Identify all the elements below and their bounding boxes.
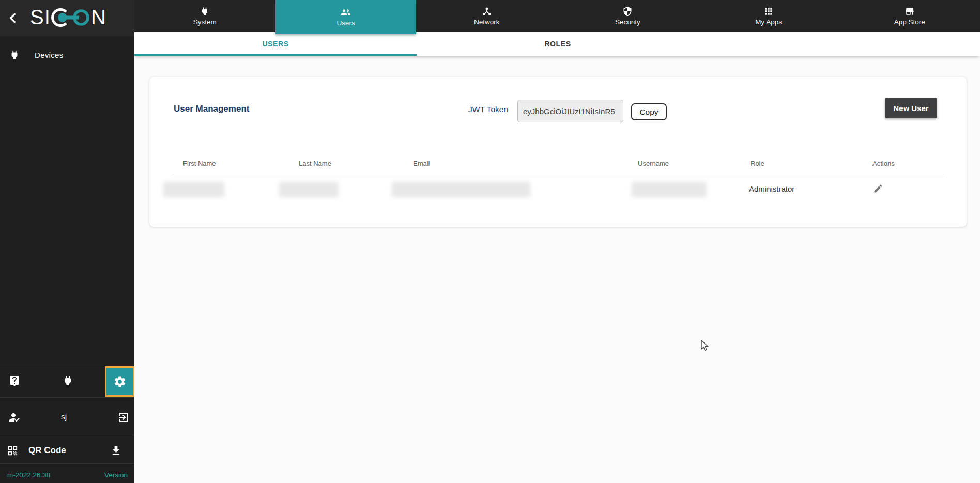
nav-tab-label: System [193,18,217,26]
column-header-username: Username [638,160,669,167]
logo-text-n: N [91,6,106,28]
qr-code-icon [7,445,19,457]
qr-code-button[interactable] [7,445,19,457]
sidebar-header: SI N [0,0,134,36]
active-tab-indicator [134,54,417,56]
column-header-last-name: Last Name [299,160,331,167]
nav-tab-label: Network [474,18,500,26]
help-icon [8,375,21,387]
nav-tab-system[interactable]: System [134,0,275,32]
logout-icon [117,411,130,424]
sidebar-item-devices[interactable]: Devices [0,43,134,66]
mouse-cursor [698,339,711,355]
device-plug-icon [9,49,20,60]
nav-tab-label: Users [336,19,355,27]
network-hub-icon [482,6,492,17]
new-user-button[interactable]: New User [885,98,937,118]
nav-tab-label: Security [615,18,640,26]
divider [0,364,134,364]
user-management-card: User Management JWT Token Copy New User … [149,77,967,227]
logo-link-bar [63,16,79,20]
subtab-bar: USERS ROLES [134,32,980,56]
redacted-username-cell [632,182,707,197]
sidebar-item-label: Devices [35,51,63,59]
sidebar: SI N Devices [0,0,134,483]
user-check-icon [8,411,21,424]
nav-tab-label: App Store [894,18,925,26]
app-screen: SI N Devices [0,0,980,483]
top-navigation: System Users Network Security My Apps Ap… [134,0,980,32]
divider [0,463,134,464]
nav-tab-network[interactable]: Network [416,0,557,32]
users-icon [341,7,351,18]
copy-button[interactable]: Copy [631,103,667,120]
pencil-icon [873,183,883,194]
table-header-divider [173,174,943,174]
security-shield-icon [622,6,633,17]
download-button[interactable] [110,445,122,457]
role-cell: Administrator [749,184,794,193]
user-account-button[interactable] [8,411,21,424]
redacted-first-name-cell [163,182,224,197]
help-button[interactable] [8,375,21,387]
column-header-role: Role [751,160,764,167]
nav-tab-users[interactable]: Users [275,0,417,34]
redacted-last-name-cell [279,182,339,197]
apps-grid-icon [763,6,774,17]
column-header-first-name: First Name [183,160,216,167]
nav-tab-security[interactable]: Security [557,0,698,32]
edit-user-button[interactable] [873,183,885,196]
back-button[interactable] [6,11,20,25]
chevron-left-icon [6,11,20,25]
tab-users-label: USERS [262,40,288,48]
sicon-logo: SI N [30,5,113,32]
page-title: User Management [174,104,249,114]
redacted-email-cell [392,182,530,197]
logo-text-si: SI [30,6,51,28]
settings-button[interactable] [105,366,134,397]
version-label: Version [104,471,128,479]
logout-button[interactable] [117,411,130,424]
divider [0,397,134,398]
qr-code-label: QR Code [28,445,66,456]
nav-tab-label: My Apps [755,18,782,26]
version-value: m-2022.26.38 [7,471,50,479]
column-header-actions: Actions [872,160,895,167]
divider [0,435,134,435]
jwt-token-label: JWT Token [439,105,508,114]
tab-roles[interactable]: ROLES [417,32,699,56]
username-label: sj [61,412,67,422]
device-plug-icon [62,375,74,387]
download-icon [110,445,122,457]
arrow-cursor-icon [698,339,711,353]
power-plug-icon [200,6,210,17]
nav-tab-app-store[interactable]: App Store [839,0,980,32]
tab-roles-label: ROLES [544,40,571,48]
nav-tab-my-apps[interactable]: My Apps [698,0,839,32]
storefront-icon [905,6,915,17]
tab-users[interactable]: USERS [134,32,417,56]
settings-gear-icon [113,375,127,388]
column-header-email: Email [413,160,430,167]
device-button[interactable] [62,375,74,387]
jwt-token-input[interactable] [517,100,623,122]
